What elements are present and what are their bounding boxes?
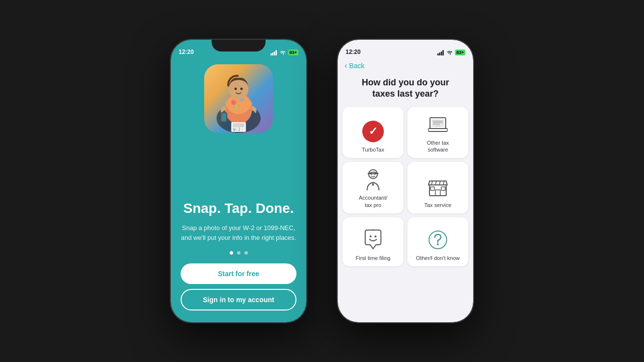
first-time-svg xyxy=(362,229,384,251)
turbotax-check-icon: ✓ xyxy=(362,121,384,142)
svg-rect-13 xyxy=(221,113,226,121)
svg-rect-38 xyxy=(430,187,434,190)
status-icons-left: 83+ xyxy=(270,50,298,55)
back-button[interactable]: ‹ Back xyxy=(338,57,473,72)
svg-point-40 xyxy=(370,235,372,237)
right-phone: 12:20 83+ xyxy=(337,39,474,323)
svg-line-35 xyxy=(439,181,440,185)
svg-point-31 xyxy=(374,174,376,175)
notch-right xyxy=(378,40,432,52)
turbotax-label: TurboTax xyxy=(362,146,384,153)
hero-person-svg: W-2 xyxy=(207,64,270,133)
tax-service-label: Tax service xyxy=(424,202,451,208)
dot-3 xyxy=(244,251,248,255)
accountant-label: Accountant/tax pro xyxy=(359,194,387,208)
svg-line-33 xyxy=(431,181,432,185)
time-left: 12:20 xyxy=(179,49,194,55)
battery-right: 83+ xyxy=(455,50,465,55)
option-turbotax[interactable]: ✓ TurboTax xyxy=(343,107,403,158)
option-tax-service[interactable]: Tax service xyxy=(407,162,468,213)
dot-1 xyxy=(230,251,233,255)
notch-left xyxy=(212,40,266,52)
left-phone-content: Snap. Tap. Done. Snap a photo of your W-… xyxy=(171,201,306,322)
svg-point-30 xyxy=(371,174,372,175)
left-phone: 12:20 83+ xyxy=(170,39,307,323)
dot-2 xyxy=(237,251,241,255)
svg-point-8 xyxy=(234,105,238,109)
hero-subtitle: Snap a photo of your W-2 or 1099-NEC, an… xyxy=(181,223,296,242)
svg-rect-27 xyxy=(436,126,440,127)
accountant-icon xyxy=(362,169,384,190)
option-first-time[interactable]: First time filing xyxy=(343,217,403,266)
battery-left: 83+ xyxy=(288,50,298,55)
svg-rect-2 xyxy=(274,52,275,55)
option-other-software[interactable]: Other taxsoftware xyxy=(407,107,468,158)
first-time-icon xyxy=(362,229,384,251)
svg-point-44 xyxy=(437,243,439,245)
start-free-button[interactable]: Start for free xyxy=(181,263,296,284)
option-accountant[interactable]: Accountant/tax pro xyxy=(343,162,403,213)
svg-text:W-2: W-2 xyxy=(233,128,241,132)
tax-service-icon xyxy=(427,176,449,198)
signal-icon xyxy=(270,50,277,55)
svg-rect-37 xyxy=(435,190,440,196)
question-svg xyxy=(428,230,448,250)
options-grid: ✓ TurboTax xyxy=(338,107,473,271)
question-title: How did you do your taxes last year? xyxy=(338,72,473,107)
wifi-icon xyxy=(279,50,286,55)
svg-line-34 xyxy=(435,181,436,185)
signal-icon-right xyxy=(437,50,444,55)
svg-point-41 xyxy=(375,235,376,237)
status-icons-right: 83+ xyxy=(437,50,465,55)
turbotax-icon: ✓ xyxy=(362,121,384,142)
hero-title: Snap. Tap. Done. xyxy=(181,201,296,216)
svg-rect-21 xyxy=(442,50,444,55)
phones-container: 12:20 83+ xyxy=(170,39,474,323)
pagination-dots xyxy=(181,251,296,255)
dont-know-label: Other/I don't know xyxy=(416,255,460,261)
accountant-svg xyxy=(363,169,383,190)
dont-know-icon xyxy=(427,229,449,251)
svg-rect-3 xyxy=(275,50,277,55)
laptop-svg xyxy=(428,116,448,133)
option-other-dont-know[interactable]: Other/I don't know xyxy=(407,217,468,266)
svg-rect-1 xyxy=(272,52,273,55)
svg-rect-19 xyxy=(439,52,440,55)
svg-point-11 xyxy=(241,88,243,90)
svg-rect-20 xyxy=(441,52,442,55)
svg-line-36 xyxy=(443,181,444,185)
time-right: 12:20 xyxy=(346,49,361,55)
svg-rect-18 xyxy=(437,53,439,55)
sign-in-button[interactable]: Sign in to my account xyxy=(181,289,296,310)
svg-rect-0 xyxy=(270,53,272,55)
other-software-label: Other taxsoftware xyxy=(427,139,449,154)
svg-point-10 xyxy=(235,88,237,90)
wifi-icon-right xyxy=(446,50,453,55)
svg-point-6 xyxy=(231,100,236,105)
hero-image: W-2 xyxy=(204,64,273,133)
laptop-icon xyxy=(427,114,449,135)
back-chevron-icon: ‹ xyxy=(345,61,347,70)
back-label: Back xyxy=(349,62,364,70)
first-time-label: First time filing xyxy=(356,255,391,261)
store-svg xyxy=(428,177,448,197)
svg-rect-39 xyxy=(441,187,445,190)
